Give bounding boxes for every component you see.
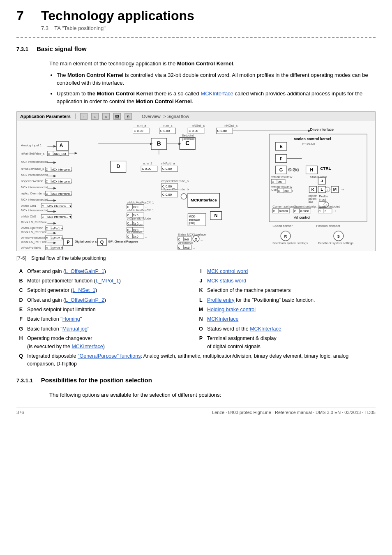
svg-text:C  0.00: C 0.00 xyxy=(160,129,170,133)
legend-letter-b: B xyxy=(16,276,25,286)
svg-text:nSpeedOverride_a: nSpeedOverride_a xyxy=(161,179,189,183)
legend-letter-q: Q xyxy=(16,352,25,369)
legend-row-e-m: E Speed setpoint input limitation M Hold… xyxy=(16,305,376,314)
svg-text:Speed setpoint: Speed setpoint xyxy=(318,204,340,208)
legend-text-c: Setpoint generator (L_NSet_1) xyxy=(25,286,184,295)
legend-text-e: Speed setpoint input limitation xyxy=(25,305,184,314)
page-number: 376 xyxy=(16,410,24,415)
svg-text:I: I xyxy=(292,189,293,192)
svg-text:Speed sensor: Speed sensor xyxy=(272,224,293,228)
legend-link-h[interactable]: MCKInterface xyxy=(71,344,103,349)
svg-text:0x0: 0x0 xyxy=(284,189,288,192)
svg-text:vrMck.McsPosC/f_1: vrMck.McsPosC/f_1 xyxy=(127,200,154,204)
diagram-svg: n.rn_a n.rn_s nNSet_a nNOut_a C 0.00 C 0… xyxy=(17,121,375,251)
svg-text:C  0.00: C 0.00 xyxy=(217,129,227,133)
legend-link-n[interactable]: MCKInterface xyxy=(207,316,238,322)
svg-text:Drive interface: Drive interface xyxy=(310,127,333,132)
svg-text:vvPosMode: vvPosMode xyxy=(127,223,143,227)
svg-text:Current setvalp...: Current setvalp... xyxy=(294,204,318,208)
section-731-title: Basic signal flow xyxy=(37,45,87,52)
svg-text:A: A xyxy=(60,142,63,148)
svg-text:ryPar2 ▼: ryPar2 ▼ xyxy=(51,236,63,240)
legend-link-o[interactable]: MCKInterface xyxy=(250,326,281,332)
svg-text:C: C xyxy=(42,215,44,218)
section-7311-content: The following options are available for … xyxy=(49,391,376,399)
svg-text:MCx interconnected: MCx interconnected xyxy=(21,185,48,189)
section-7311-number: 7.3.1.1 xyxy=(16,377,33,384)
legend-link-c[interactable]: L_NSet_1 xyxy=(73,287,96,293)
svg-text:vrPosProfileNo: vrPosProfileNo xyxy=(21,245,42,249)
legend-row-h-p: H Operating mode changeover(is executed … xyxy=(16,334,376,352)
svg-text:MCx interconn...: MCx interconn... xyxy=(51,168,72,171)
svg-text:C: C xyxy=(46,246,48,249)
svg-text:Feedback system settings: Feedback system settings xyxy=(272,241,308,245)
svg-text:MCx interconn...: MCx interconn... xyxy=(51,192,72,195)
svg-marker-64 xyxy=(53,187,56,189)
svg-text:vrProfileNo: vrProfileNo xyxy=(178,240,193,244)
svg-text:C: C xyxy=(46,168,48,171)
svg-text:nNSet_a: nNSet_a xyxy=(192,124,205,127)
svg-text:E: E xyxy=(279,143,282,148)
svg-text:AIN1_Out: AIN1_Out xyxy=(53,152,66,155)
diagram-toolbar: Application Parameters ← ⬦ ⌂ 🖼 ⎘ Overvie… xyxy=(17,112,375,121)
toolbar-separator xyxy=(75,113,76,119)
forward-button[interactable]: ⬦ xyxy=(91,113,99,120)
signal-flow-diagram: n.rn_a n.rn_s nNSet_a nNOut_a C 0.00 C 0… xyxy=(17,121,375,251)
svg-text:vrMck.Operation: vrMck.Operation xyxy=(21,226,43,230)
svg-text:O: O xyxy=(195,237,198,241)
legend-link-b[interactable]: L_MPot_1 xyxy=(96,278,119,284)
svg-text:⚙: ⚙ xyxy=(296,168,300,172)
svg-text:P: P xyxy=(67,239,69,244)
image-button[interactable]: 🖼 xyxy=(113,113,121,120)
legend-link-f[interactable]: Homing xyxy=(62,316,80,322)
legend-text-f: Basic function "Homing" xyxy=(25,314,184,324)
page-header: 7 Technology applications xyxy=(16,8,376,23)
legend-row-c-k: C Setpoint generator (L_NSet_1) K Select… xyxy=(16,286,376,295)
legend-letter-g: G xyxy=(16,324,25,334)
svg-text:CTRL: CTRL xyxy=(320,166,331,171)
svg-text:R: R xyxy=(284,234,287,238)
svg-text:n.rn_a: n.rn_a xyxy=(137,124,146,127)
legend-link-j[interactable]: MCK status word xyxy=(207,278,246,284)
svg-text:n.rn_2: n.rn_2 xyxy=(143,162,152,165)
svg-text:→: → xyxy=(341,187,345,191)
legend-letter-e: E xyxy=(16,305,25,314)
svg-text:MCK-: MCK- xyxy=(189,215,196,218)
legend-letter-a: A xyxy=(16,267,25,276)
svg-text:nNOut_a: nNOut_a xyxy=(224,124,238,127)
legend-link-a[interactable]: L_OffsetGainP_1 xyxy=(65,268,104,274)
home-button[interactable]: ⌂ xyxy=(102,113,110,120)
svg-text:C  0.00: C 0.00 xyxy=(142,167,152,171)
legend-link-l[interactable]: Profile entry xyxy=(207,297,235,303)
divider xyxy=(16,37,376,38)
svg-text:0x0: 0x0 xyxy=(278,180,282,183)
svg-text:C: C xyxy=(42,204,44,207)
legend-link-q[interactable]: "GeneralPurpose" functions xyxy=(78,353,141,359)
section-7311-intro: The following options are available for … xyxy=(49,391,376,399)
svg-text:C: C xyxy=(46,227,48,230)
svg-text:C: C xyxy=(185,139,189,146)
back-button[interactable]: ← xyxy=(80,113,88,120)
svg-text:○: ○ xyxy=(327,188,328,191)
legend-link-g[interactable]: Manual jog xyxy=(62,326,88,332)
bullet-1: The Motion Control Kernel is controlled … xyxy=(57,71,376,87)
svg-text:Motion control kernel: Motion control kernel xyxy=(294,137,331,141)
legend-link-i[interactable]: MCK control word xyxy=(207,268,248,274)
legend-link-d[interactable]: L_OffsetGainP_2 xyxy=(65,297,104,303)
svg-text:Q: Q xyxy=(100,239,104,244)
svg-text:Block LS_PaPFree: Block LS_PaPFree xyxy=(21,220,47,224)
legend-text-g: Basic function "Manual jog" xyxy=(25,324,184,334)
copy-button[interactable]: ⎘ xyxy=(125,113,132,120)
legend-row-f-n: F Basic function "Homing" N MCKInterface xyxy=(16,314,376,324)
svg-marker-56 xyxy=(53,175,56,177)
svg-text:MCx interconn... ▼: MCx interconn... ▼ xyxy=(47,204,71,207)
legend-letter-d: D xyxy=(16,296,25,305)
legend-link-m[interactable]: Holding brake control xyxy=(207,307,256,312)
legend-letter-i: I xyxy=(196,267,205,276)
legend-text-l: Profile entry for the "Positioning" basi… xyxy=(205,296,376,305)
section-7311-title: Possibilities for the position selection xyxy=(41,377,152,384)
legend-text-n: MCKInterface xyxy=(205,314,376,324)
svg-text:C: C xyxy=(294,210,296,213)
mckinterface-link-1[interactable]: MCKInterface xyxy=(201,90,233,97)
legend-text-b: Motor potentiometer function (L_MPot_1) xyxy=(25,276,184,286)
